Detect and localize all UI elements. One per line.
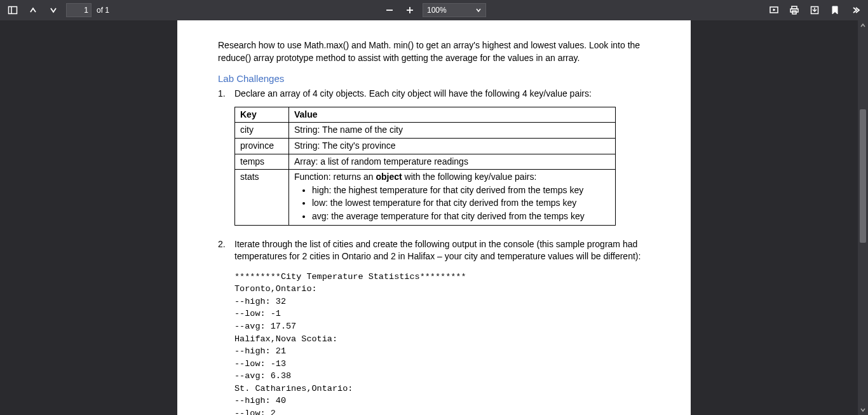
page-number-input[interactable]: [66, 3, 92, 17]
code-line: --low: -1: [234, 308, 650, 320]
stats-suffix: with the following key/value pairs:: [402, 172, 537, 182]
cell-value: String: The city's province: [289, 138, 616, 154]
presentation-button[interactable]: [766, 3, 782, 18]
table-row-stats: stats Function: returns an object with t…: [235, 170, 616, 225]
stats-prefix: Function: returns an: [294, 172, 376, 182]
list-text: Declare an array of 4 city objects. Each…: [234, 88, 650, 100]
bullet-item: low: the lowest temperature for that cit…: [312, 197, 610, 210]
zoom-in-button[interactable]: [402, 3, 417, 18]
scroll-thumb[interactable]: [860, 109, 866, 243]
table-row: temps Array: a list of random temperatur…: [235, 154, 616, 170]
scroll-down-button[interactable]: [858, 405, 868, 415]
table-header-row: Key Value: [235, 107, 616, 123]
code-line: --high: 21: [234, 345, 650, 358]
intro-paragraph: Research how to use Math.max() and Math.…: [218, 39, 650, 64]
section-heading: Lab Challenges: [218, 72, 650, 85]
stats-bold: object: [376, 172, 402, 182]
bullet-item: avg: the average temperature for that ci…: [312, 210, 610, 223]
bullet-item: high: the highest temperature for that c…: [312, 184, 610, 197]
zoom-out-button[interactable]: [382, 3, 397, 18]
stats-bullets: high: the highest temperature for that c…: [312, 184, 610, 223]
list-number: 1.: [218, 88, 234, 100]
list-number: 2.: [218, 238, 234, 263]
cell-key: city: [235, 123, 289, 139]
bookmark-button[interactable]: [827, 3, 843, 18]
code-line: Halifax,Nova Scotia:: [234, 333, 650, 346]
more-tools-button[interactable]: [848, 3, 863, 18]
prev-page-button[interactable]: [25, 3, 41, 18]
chevron-down-icon: [475, 7, 482, 13]
code-output: *********City Temperature Statistics****…: [234, 271, 650, 415]
scroll-track[interactable]: [858, 31, 868, 405]
cell-value-stats: Function: returns an object with the fol…: [289, 170, 616, 225]
code-line: --high: 32: [234, 296, 650, 308]
svg-marker-6: [773, 9, 775, 11]
code-line: --low: -13: [234, 358, 650, 371]
code-line: --avg: 6.38: [234, 370, 650, 383]
pdf-toolbar: of 1 100%: [0, 0, 868, 20]
list-text: Iterate through the list of cities and c…: [234, 238, 650, 263]
sidebar-toggle-button[interactable]: [5, 3, 20, 18]
th-value: Value: [289, 107, 616, 123]
code-line: --low: 2: [234, 407, 650, 415]
cell-value: String: The name of the city: [289, 123, 616, 139]
code-line: --avg: 17.57: [234, 320, 650, 333]
next-page-button[interactable]: [46, 3, 61, 18]
code-line: St. Catharines,Ontario:: [234, 383, 650, 395]
page-count-label: of 1: [97, 6, 109, 15]
cell-value: Array: a list of random temperature read…: [289, 154, 616, 170]
toolbar-center: 100%: [382, 3, 486, 18]
list-item-1: 1. Declare an array of 4 city objects. E…: [218, 88, 650, 100]
pdf-page: Research how to use Math.max() and Math.…: [177, 20, 691, 415]
scroll-up-button[interactable]: [858, 20, 868, 31]
table-row: city String: The name of the city: [235, 123, 616, 139]
code-line: --high: 40: [234, 395, 650, 407]
print-button[interactable]: [787, 3, 802, 18]
th-key: Key: [235, 107, 289, 123]
vertical-scrollbar[interactable]: [858, 20, 868, 415]
code-line: *********City Temperature Statistics****…: [234, 271, 650, 283]
key-value-table: Key Value city String: The name of the c…: [234, 107, 616, 226]
svg-rect-0: [9, 7, 17, 14]
toolbar-right: [766, 3, 863, 18]
cell-key: province: [235, 138, 289, 154]
cell-key: temps: [235, 154, 289, 170]
toolbar-left: of 1: [5, 3, 109, 18]
pdf-viewer: Research how to use Math.max() and Math.…: [0, 20, 868, 415]
zoom-value: 100%: [427, 6, 447, 15]
code-line: Toronto,Ontario:: [234, 283, 650, 296]
list-item-2: 2. Iterate through the list of cities an…: [218, 238, 650, 263]
table-row: province String: The city's province: [235, 138, 616, 154]
cell-key: stats: [235, 170, 289, 225]
zoom-select[interactable]: 100%: [423, 3, 486, 17]
download-button[interactable]: [807, 3, 822, 18]
